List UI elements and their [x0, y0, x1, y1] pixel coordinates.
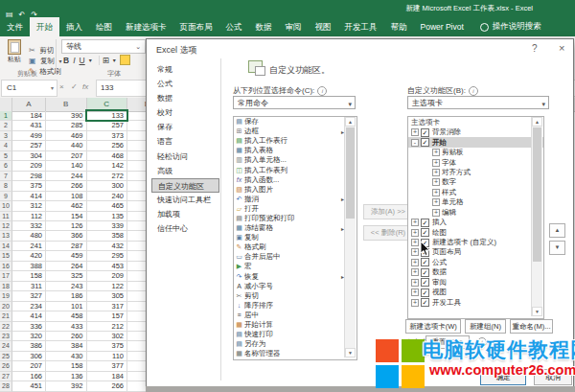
rename-button[interactable]: 重命名(M)... [510, 319, 553, 334]
cell[interactable]: 122 [87, 282, 128, 291]
command-item[interactable]: ▤插入工作表行 [234, 136, 356, 146]
cell[interactable]: 101 [46, 302, 87, 311]
row-header-3[interactable]: 3 [0, 131, 12, 141]
row-header-8[interactable]: 8 [0, 181, 12, 191]
commands-list[interactable]: ▤保存⊞边框▸▤插入工作表行▦插入表格▥插入单元格...◫插入工作表列fx插入函… [233, 116, 357, 360]
ribbon-tree[interactable]: 主选项卡+✓背景消除-✓开始+剪贴板+字体+对齐方式+数字+样式+单元格+编辑+… [407, 116, 544, 319]
ribbon-tab-开始[interactable]: 开始 [30, 17, 59, 36]
command-item[interactable]: ▨插入图片 [234, 185, 356, 195]
cell[interactable]: 154 [46, 212, 87, 221]
clipboard-dialog-launcher[interactable]: ⌐ [50, 69, 54, 75]
scroll-up-icon[interactable]: ▲ [345, 117, 356, 127]
command-item[interactable]: ◫插入工作表列 [234, 165, 356, 174]
move-up-button[interactable]: ▲ [549, 223, 565, 238]
cell[interactable]: 390 [46, 111, 87, 121]
cell[interactable]: 260 [46, 332, 87, 341]
cell[interactable]: 287 [46, 242, 87, 251]
sidebar-item-校对[interactable]: 校对 [151, 105, 219, 120]
cell[interactable]: 157 [87, 311, 128, 321]
command-item[interactable]: ↓降序排序 [234, 301, 356, 311]
checkbox-checked-icon[interactable]: ✓ [421, 228, 429, 237]
command-item[interactable]: ▦插入表格 [234, 146, 356, 155]
underline-button[interactable]: U [80, 56, 85, 65]
collapse-icon[interactable]: - [411, 139, 419, 147]
checkbox-checked-icon[interactable]: ✓ [421, 128, 429, 137]
row-header-19[interactable]: 19 [0, 291, 12, 301]
new-group-button[interactable]: 新建组(N) [465, 319, 506, 334]
tree-item-样式[interactable]: +样式 [408, 188, 543, 197]
cell[interactable]: 332 [12, 221, 46, 231]
borders-button[interactable]: ⊞ [103, 56, 109, 65]
cell[interactable]: 317 [87, 302, 128, 311]
ribbon-tab-插入[interactable]: 插入 [59, 17, 89, 36]
column-header-B[interactable]: B [46, 98, 87, 111]
cell[interactable]: 166 [12, 372, 46, 381]
command-item[interactable]: ⊞边框▸ [234, 127, 356, 136]
cell[interactable]: 480 [12, 231, 46, 241]
cell[interactable]: 384 [46, 341, 87, 351]
cell[interactable]: 112 [12, 212, 46, 221]
row-header-22[interactable]: 22 [0, 322, 12, 332]
tree-item-编辑[interactable]: +编辑 [408, 208, 543, 218]
cell[interactable]: 414 [12, 311, 46, 321]
checkbox-checked-icon[interactable]: ✓ [421, 219, 429, 227]
row-header-28[interactable]: 28 [0, 381, 12, 391]
sidebar-item-快速访问工具栏[interactable]: 快速访问工具栏 [151, 193, 219, 207]
cell[interactable]: 212 [87, 322, 128, 332]
expand-icon[interactable]: + [411, 299, 419, 307]
cell[interactable]: 431 [12, 121, 46, 130]
checkbox-checked-icon[interactable]: ✓ [421, 298, 429, 307]
cell[interactable]: 240 [87, 192, 128, 201]
cell[interactable]: 377 [87, 361, 128, 371]
cell[interactable]: 304 [12, 151, 46, 161]
tree-item-开始[interactable]: -✓开始 [408, 137, 543, 147]
row-header-16[interactable]: 16 [0, 262, 12, 271]
expand-icon[interactable]: + [411, 128, 419, 136]
cell[interactable]: 468 [87, 151, 128, 161]
cell[interactable]: 256 [87, 141, 128, 150]
ribbon-tab-页面布局[interactable]: 页面布局 [173, 17, 219, 36]
command-item[interactable]: ▣复制 [234, 233, 356, 242]
row-header-18[interactable]: 18 [0, 282, 12, 291]
tree-item-数字[interactable]: +数字 [408, 177, 543, 187]
tree-item-背景消除[interactable]: +✓背景消除 [408, 127, 543, 137]
cancel-entry-icon[interactable]: × [59, 82, 64, 91]
cell[interactable]: 375 [87, 341, 128, 351]
expand-icon[interactable]: + [411, 229, 419, 237]
row-header-12[interactable]: 12 [0, 221, 12, 231]
cell[interactable]: 126 [46, 221, 87, 231]
cell[interactable]: 266 [46, 181, 87, 191]
command-item[interactable]: ✂剪切 [234, 291, 356, 301]
cell[interactable]: 366 [46, 231, 87, 241]
cell[interactable]: 209 [12, 161, 46, 171]
command-item[interactable]: ▤另存为 [234, 339, 356, 349]
ribbon-tab-数据[interactable]: 数据 [249, 17, 279, 36]
expand-icon[interactable]: + [411, 268, 419, 276]
cell[interactable]: 459 [46, 251, 87, 261]
cell[interactable]: 453 [87, 262, 128, 271]
row-header-4[interactable]: 4 [0, 141, 12, 150]
cell[interactable]: 339 [87, 221, 128, 231]
choose-commands-combo[interactable]: 常用命令 ▾ [233, 96, 356, 109]
row-header-17[interactable]: 17 [0, 271, 12, 281]
tree-item-数据[interactable]: +✓数据 [408, 267, 543, 277]
row-header-20[interactable]: 20 [0, 302, 12, 311]
borders-dropdown-icon[interactable]: ▾ [113, 57, 116, 63]
row-header-26[interactable]: 26 [0, 361, 12, 371]
command-item[interactable]: ▱打开 [234, 204, 356, 214]
cell[interactable]: 499 [12, 131, 46, 141]
command-item[interactable]: ▦开始计算 [234, 320, 356, 330]
row-header-27[interactable]: 27 [0, 372, 12, 381]
add-button[interactable]: 添加(A) >> [363, 204, 413, 219]
row-header-24[interactable]: 24 [0, 341, 12, 351]
sidebar-item-保存[interactable]: 保存 [151, 120, 219, 134]
cell[interactable]: 440 [46, 141, 87, 150]
cell[interactable]: 244 [46, 172, 87, 181]
tree-item-审阅[interactable]: +✓审阅 [408, 278, 543, 288]
command-item[interactable]: ≡居中 [234, 311, 356, 320]
tree-item-单元格[interactable]: +单元格 [408, 197, 543, 207]
row-header-9[interactable]: 9 [0, 192, 12, 201]
enter-entry-icon[interactable]: ✓ [71, 82, 78, 91]
ribbon-tab-Power Pivot[interactable]: Power Pivot [414, 17, 471, 36]
sidebar-item-自定义功能区[interactable]: 自定义功能区 [151, 178, 219, 193]
